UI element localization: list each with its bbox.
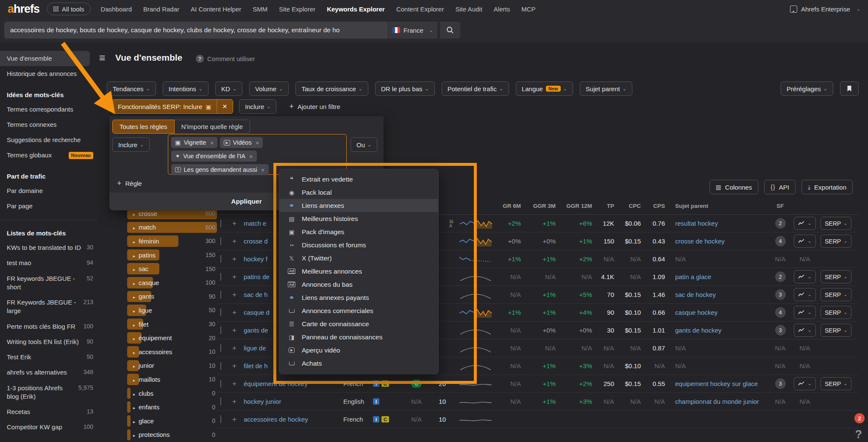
nav-item[interactable]: Brand Radar	[143, 6, 179, 13]
facet-row[interactable]: ligue 50	[127, 303, 217, 317]
serp-feature-tag[interactable]: Vidéos	[220, 137, 263, 148]
filter-button[interactable]: Intentions	[163, 81, 209, 96]
row-checkbox[interactable]	[220, 308, 221, 316]
add-filter-button[interactable]: Ajouter un filtre	[289, 102, 340, 111]
menu-item[interactable]: Annonces commerciales	[279, 304, 438, 317]
add-to-list-icon[interactable]	[232, 273, 244, 281]
filter-button[interactable]: KD	[215, 81, 242, 96]
serp-button[interactable]: SERP	[821, 217, 851, 230]
add-to-list-icon[interactable]	[232, 291, 244, 299]
menu-item[interactable]: Discussions et forums	[279, 238, 438, 252]
nav-item[interactable]: Site Explorer	[279, 6, 315, 13]
rule-include-dropdown[interactable]: Inclure	[112, 137, 150, 152]
filter-button[interactable]: Volume	[249, 81, 289, 96]
trend-button[interactable]	[794, 324, 815, 337]
nav-item[interactable]: Keywords Explorer	[327, 6, 385, 13]
parent-topic[interactable]: equipement hockey sur glace	[668, 380, 767, 388]
col-ggr3m[interactable]: GGR 3M	[523, 203, 558, 209]
serp-button[interactable]: SERP	[821, 288, 851, 301]
serp-feature-tag[interactable]: Les gens demandent aussi	[171, 164, 269, 175]
tab-all-rules[interactable]: Toutes les règles	[112, 120, 175, 134]
keyword-link[interactable]: accessoires de hockey	[244, 416, 343, 423]
add-rule-button[interactable]: Règle	[117, 179, 142, 188]
parent-topic[interactable]: crosse de hockey	[668, 237, 767, 246]
add-to-list-icon[interactable]	[232, 308, 244, 317]
remove-tag-icon[interactable]	[260, 166, 265, 173]
row-checkbox[interactable]	[220, 415, 221, 423]
facet-row[interactable]: clubs 0	[127, 386, 217, 400]
facet-row[interactable]: glace 0	[127, 414, 217, 428]
facet-row[interactable]: enfants 0	[127, 400, 217, 414]
country-selector[interactable]: France	[388, 22, 437, 39]
sidebar-item[interactable]: Termes connexes	[0, 117, 97, 132]
keywords-input[interactable]	[4, 22, 388, 39]
parent-topic[interactable]: resultat hockey	[668, 219, 767, 228]
serp-features-filter-chip[interactable]: Fonctionnalités SERP: Inclure	[112, 99, 233, 114]
serp-button[interactable]: SERP	[821, 235, 851, 248]
row-checkbox[interactable]	[220, 397, 221, 406]
notification-badge[interactable]: 2	[854, 413, 865, 423]
serp-button[interactable]: SERP	[821, 377, 851, 390]
nav-item[interactable]: Alerts	[494, 6, 510, 13]
sidebar-list-item[interactable]: Competitor KW gap 100	[0, 420, 97, 435]
facet-row[interactable]: féminin 300	[127, 234, 217, 248]
search-button[interactable]	[440, 22, 460, 39]
menu-item[interactable]: Liens annexes	[279, 199, 438, 212]
account-menu[interactable]: Ahrefs Enterprise	[790, 6, 860, 13]
col-tp[interactable]: TP	[595, 203, 617, 209]
parent-topic[interactable]: N/A	[668, 362, 767, 370]
trend-button[interactable]	[794, 270, 815, 283]
bookmark-button[interactable]	[840, 81, 859, 96]
sidebar-list-item[interactable]: Writing tools EN list (Erik) 90	[0, 334, 97, 350]
serp-feature-tag[interactable]: Vignette	[171, 137, 217, 148]
all-tools-button[interactable]: All tools	[47, 3, 91, 15]
sidebar-list-item[interactable]: FR keywords JBEGUE - short 52	[0, 271, 97, 295]
tab-any-rule[interactable]: N'importe quelle règle	[175, 120, 250, 134]
add-to-list-icon[interactable]	[232, 219, 244, 228]
row-checkbox[interactable]	[220, 255, 221, 263]
sidebar-list-item[interactable]: Perte mots clés Blog FR 100	[0, 319, 97, 334]
col-gr6m[interactable]: GR 6M	[496, 203, 523, 209]
facet-row[interactable]: maillots 10	[127, 372, 217, 386]
row-checkbox[interactable]	[220, 273, 221, 281]
trend-button[interactable]	[794, 306, 815, 319]
facet-row[interactable]: protections 0	[127, 428, 217, 442]
parent-topic[interactable]: gants de hockey	[668, 326, 767, 335]
filter-button[interactable]: DR le plus bas	[375, 81, 435, 96]
facet-row[interactable]: patins 150	[127, 248, 217, 262]
menu-item[interactable]: Pack local	[279, 186, 438, 199]
sidebar-item[interactable]: Par page	[0, 199, 97, 214]
filter-button[interactable]: Sujet parent	[580, 81, 632, 96]
filter-button[interactable]: Tendances	[107, 81, 156, 96]
remove-tag-icon[interactable]	[209, 139, 214, 146]
remove-tag-icon[interactable]	[255, 139, 259, 146]
add-to-list-icon[interactable]	[232, 415, 244, 424]
sidebar-list-item[interactable]: Test Erik 50	[0, 350, 97, 365]
sidebar-list-item[interactable]: 1-3 positions Ahrefs blog (Erik) 5,975	[0, 380, 97, 405]
parent-topic[interactable]: patin a glace	[668, 273, 767, 281]
facet-row[interactable]: gants 90	[127, 290, 217, 304]
sidebar-item[interactable]: Termes correspondants	[0, 102, 97, 117]
facet-row[interactable]: casque 100	[127, 276, 217, 290]
nav-item[interactable]: AI Content Helper	[191, 6, 241, 13]
hamburger-menu-icon[interactable]: ≡	[99, 52, 106, 64]
parent-topic[interactable]: sac de hockey	[668, 291, 767, 299]
menu-item[interactable]: Meilleures histoires	[279, 212, 438, 225]
add-to-list-icon[interactable]	[232, 255, 244, 263]
menu-item[interactable]: Panneau de connaissances	[279, 330, 438, 344]
or-dropdown[interactable]: Ou	[351, 137, 377, 152]
nav-item[interactable]: MCP	[521, 6, 535, 13]
export-button[interactable]: ⤓ Exportation	[801, 180, 853, 194]
parent-topic[interactable]: N/A	[668, 255, 767, 263]
trend-button[interactable]	[794, 288, 815, 301]
sidebar-list-item[interactable]: KWs to be translated to ID 30	[0, 240, 97, 255]
apply-button[interactable]: Appliquer	[231, 198, 262, 205]
row-checkbox[interactable]	[220, 380, 221, 388]
remove-tag-icon[interactable]	[248, 153, 253, 160]
menu-item[interactable]: Extrait en vedette	[279, 173, 438, 186]
parent-topic[interactable]: casque hockey	[668, 308, 767, 317]
col-sujet[interactable]: Sujet parent	[668, 203, 771, 209]
serp-button[interactable]: SERP	[821, 270, 851, 283]
sidebar-item[interactable]: Par domaine	[0, 183, 97, 199]
trend-button[interactable]	[794, 377, 815, 390]
